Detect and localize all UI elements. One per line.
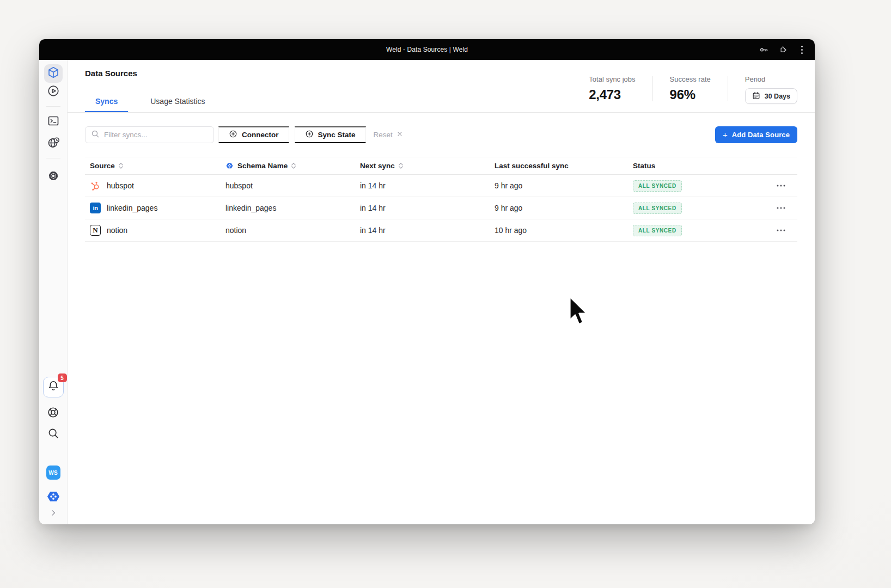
tab-usage-statistics[interactable]: Usage Statistics — [140, 97, 215, 112]
row-actions-menu[interactable] — [773, 224, 789, 237]
overflow-menu-icon[interactable] — [798, 45, 806, 54]
source-name: notion — [107, 226, 127, 235]
schema-cell: notion — [225, 226, 360, 235]
terminal-icon — [47, 114, 60, 130]
window-title: Weld - Data Sources | Weld — [386, 46, 468, 53]
row-actions-menu[interactable] — [773, 179, 789, 192]
sort-icon[interactable] — [399, 163, 403, 169]
connector-filter-label: Connector — [242, 131, 279, 139]
search-icon — [91, 130, 100, 140]
sidebar-item-settings[interactable] — [44, 168, 63, 186]
plus-circle-icon — [229, 130, 237, 140]
next-sync-cell: in 14 hr — [360, 226, 495, 235]
sync-state-filter-label: Sync State — [318, 131, 356, 139]
add-data-source-button[interactable]: + Add Data Source — [715, 126, 797, 143]
linkedin-icon: in — [90, 203, 101, 213]
table-row[interactable]: hubspot hubspot in 14 hr 9 hr ago ALL SY… — [85, 175, 797, 197]
source-cell: in linkedin_pages — [90, 203, 225, 213]
sidebar-expand-button[interactable] — [47, 509, 60, 519]
globe-clock-icon — [47, 136, 60, 151]
source-name: hubspot — [107, 181, 134, 190]
page-title: Data Sources — [85, 69, 137, 78]
column-header-next-sync[interactable]: Next sync — [360, 162, 495, 170]
workspace-avatar[interactable]: WS — [46, 465, 60, 480]
notification-badge: 5 — [58, 373, 67, 382]
column-header-source[interactable]: Source — [90, 162, 225, 170]
reset-filters-button[interactable]: Reset — [374, 131, 403, 139]
hubspot-icon — [90, 180, 101, 191]
play-circle-icon — [47, 84, 60, 100]
next-sync-cell: in 14 hr — [360, 204, 495, 212]
last-sync-cell: 10 hr ago — [495, 226, 633, 235]
status-badge: ALL SYNCED — [633, 180, 682, 192]
close-icon — [396, 131, 403, 139]
tab-syncs[interactable]: Syncs — [85, 97, 128, 112]
stat-label: Success rate — [670, 75, 711, 83]
gear-icon — [47, 169, 60, 185]
source-name: linkedin_pages — [107, 204, 157, 212]
last-sync-cell: 9 hr ago — [495, 204, 633, 212]
sync-state-filter-button[interactable]: Sync State — [295, 126, 366, 143]
sidebar-divider — [46, 106, 60, 107]
main-content: Data Sources Total sync jobs 2,473 Succe… — [68, 60, 815, 524]
sidebar-item-orchestration[interactable] — [44, 134, 63, 153]
chevron-right-icon — [50, 509, 57, 519]
weld-hexagon-icon — [225, 162, 234, 170]
syncs-table: Source — [85, 157, 797, 242]
status-badge: ALL SYNCED — [633, 203, 682, 214]
notion-icon: N — [90, 225, 101, 236]
filter-search-box[interactable] — [85, 126, 214, 143]
sidebar-item-data-sources[interactable] — [44, 64, 63, 83]
status-badge: ALL SYNCED — [633, 225, 682, 236]
plus-icon: + — [723, 130, 728, 139]
extensions-icon[interactable] — [779, 45, 788, 54]
tab-bar: Syncs Usage Statistics — [68, 97, 815, 113]
sort-icon[interactable] — [119, 163, 123, 169]
reset-label: Reset — [374, 131, 393, 139]
help-button[interactable] — [45, 405, 62, 421]
table-row[interactable]: in linkedin_pages linkedin_pages in 14 h… — [85, 197, 797, 219]
period-label: Period — [745, 75, 797, 83]
lifebuoy-icon — [47, 406, 59, 421]
sidebar: 5 WS — [39, 60, 68, 524]
schema-cell: linkedin_pages — [225, 204, 360, 212]
sidebar-item-editor[interactable] — [44, 113, 63, 131]
stat-label: Total sync jobs — [589, 75, 635, 83]
connector-filter-button[interactable]: Connector — [218, 126, 289, 143]
add-data-source-label: Add Data Source — [732, 131, 790, 139]
column-header-last-successful-sync: Last successful sync — [495, 162, 633, 170]
cube-icon — [47, 66, 60, 81]
weld-logo-icon[interactable] — [45, 488, 62, 505]
notifications-button[interactable]: 5 — [43, 377, 64, 397]
sort-icon[interactable] — [291, 163, 296, 169]
table-row[interactable]: N notion notion in 14 hr 10 hr ago ALL S… — [85, 219, 797, 242]
browser-titlebar: Weld - Data Sources | Weld — [39, 39, 815, 60]
sidebar-item-pipelines[interactable] — [44, 83, 63, 101]
sidebar-divider — [46, 158, 60, 158]
search-button[interactable] — [45, 426, 62, 443]
filter-syncs-input[interactable] — [104, 131, 208, 139]
source-cell: N notion — [90, 225, 225, 236]
row-actions-menu[interactable] — [773, 201, 789, 215]
toolbar: Connector Sync State Reset — [85, 126, 797, 143]
next-sync-cell: in 14 hr — [360, 181, 495, 190]
source-cell: hubspot — [90, 180, 225, 191]
plus-circle-icon — [305, 130, 314, 140]
bell-icon — [47, 380, 59, 394]
column-header-status: Status — [633, 162, 773, 170]
last-sync-cell: 9 hr ago — [495, 181, 633, 190]
table-header-row: Source — [85, 157, 797, 175]
search-icon — [47, 427, 59, 442]
key-icon[interactable] — [759, 45, 768, 54]
column-header-schema-name[interactable]: Schema Name — [225, 162, 360, 170]
browser-window: Weld - Data Sources | Weld — [39, 39, 815, 524]
schema-cell: hubspot — [225, 181, 360, 190]
